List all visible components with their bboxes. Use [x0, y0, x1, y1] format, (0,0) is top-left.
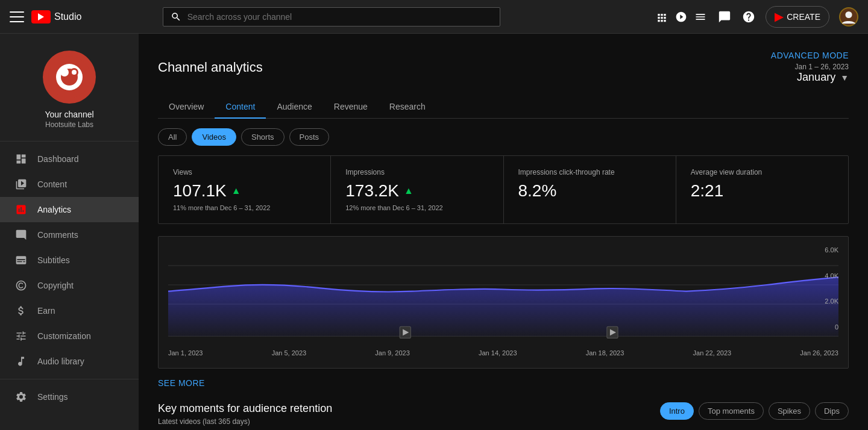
menu-icon[interactable]	[10, 10, 24, 24]
x-label-jan18: Jan 18, 2023	[586, 349, 624, 357]
messages-icon[interactable]	[717, 10, 732, 24]
youtube-icon	[31, 10, 51, 23]
key-moments-section: Key moments for audience retention Lates…	[158, 402, 849, 430]
sidebar-item-dashboard[interactable]: Dashboard	[0, 146, 139, 172]
page-header: Channel analytics ADVANCED MODE Jan 1 – …	[158, 51, 849, 84]
logo-text: Studio	[54, 11, 81, 22]
views-sub: 11% more than Dec 6 – 31, 2022	[173, 204, 316, 211]
copyright-icon	[14, 279, 28, 292]
page-title: Channel analytics	[158, 60, 263, 75]
create-label: CREATE	[787, 12, 820, 22]
avatar[interactable]	[839, 7, 858, 26]
moment-tabs: Intro Top moments Spikes Dips	[660, 402, 849, 420]
svg-point-1	[845, 11, 852, 17]
sidebar-item-content[interactable]: Content	[0, 172, 139, 197]
tab-revenue[interactable]: Revenue	[323, 96, 379, 119]
x-label-jan26: Jan 26, 2023	[800, 349, 838, 357]
analytics-icon	[14, 203, 28, 216]
channel-avatar[interactable]	[43, 51, 96, 104]
filter-all[interactable]: All	[158, 128, 187, 146]
tab-audience[interactable]: Audience	[266, 96, 322, 119]
grid-icon[interactable]	[655, 10, 669, 24]
tab-overview[interactable]: Overview	[158, 96, 215, 119]
search-bar[interactable]	[163, 7, 500, 26]
views-up-icon: ▲	[231, 185, 241, 196]
sidebar-item-customization[interactable]: Customization	[0, 323, 139, 349]
create-button[interactable]: ▶ CREATE	[766, 6, 829, 28]
date-month[interactable]: January ▼	[797, 71, 849, 84]
help-icon[interactable]	[741, 10, 756, 24]
moment-tab-spikes[interactable]: Spikes	[769, 402, 810, 420]
key-moments-title: Key moments for audience retention	[158, 402, 332, 415]
views-label: Views	[173, 168, 316, 176]
date-range-label: Jan 1 – 26, 2023	[795, 63, 849, 71]
subtitles-icon	[14, 254, 28, 267]
content-label: Content	[37, 179, 67, 189]
topbar-right: ▶ CREATE	[655, 6, 858, 28]
stat-avg-duration: Average view duration 2:21	[676, 156, 848, 223]
analytics-label: Analytics	[37, 205, 71, 214]
avg-duration-value: 2:21	[691, 181, 834, 201]
search-input[interactable]	[187, 12, 492, 22]
earn-label: Earn	[37, 306, 55, 316]
date-dropdown-icon: ▼	[840, 73, 849, 83]
filter-posts[interactable]: Posts	[289, 128, 330, 146]
topbar: Studio	[0, 0, 868, 34]
dashboard-icon	[14, 152, 28, 166]
moment-tab-intro[interactable]: Intro	[660, 402, 694, 420]
copyright-label: Copyright	[37, 281, 74, 290]
y-label-0: 0	[825, 323, 838, 331]
impressions-value: 173.2K ▲	[345, 181, 488, 201]
logo[interactable]: Studio	[31, 10, 81, 23]
sidebar-item-settings[interactable]: Settings	[0, 384, 139, 410]
subtitles-label: Subtitles	[37, 255, 70, 265]
play-icon[interactable]	[674, 10, 688, 24]
svg-point-7	[72, 70, 77, 75]
moment-tab-dips[interactable]: Dips	[815, 402, 849, 420]
comments-icon	[14, 228, 28, 241]
audio-label: Audio library	[37, 357, 84, 366]
svg-point-5	[60, 68, 69, 76]
video-marker-1[interactable]	[400, 326, 410, 338]
video-marker-2[interactable]	[607, 326, 618, 338]
tab-research[interactable]: Research	[379, 96, 436, 119]
dashboard-label: Dashboard	[37, 154, 79, 164]
channel-sub: Hootsuite Labs	[45, 120, 93, 129]
filter-videos[interactable]: Videos	[192, 128, 236, 146]
filter-shorts[interactable]: Shorts	[241, 128, 285, 146]
avg-duration-label: Average view duration	[691, 168, 834, 176]
sidebar-item-comments[interactable]: Comments	[0, 222, 139, 248]
customization-label: Customization	[37, 331, 91, 341]
audio-icon	[14, 355, 28, 368]
chart-x-labels: Jan 1, 2023 Jan 5, 2023 Jan 9, 2023 Jan …	[168, 349, 838, 357]
x-label-jan9: Jan 9, 2023	[375, 349, 410, 357]
stats-row: Views 107.1K ▲ 11% more than Dec 6 – 31,…	[158, 155, 849, 224]
key-moments-title-group: Key moments for audience retention Lates…	[158, 402, 332, 430]
moment-tab-top[interactable]: Top moments	[699, 402, 764, 420]
sidebar-item-copyright[interactable]: Copyright	[0, 273, 139, 298]
comments-label: Comments	[37, 230, 78, 240]
y-label-4k: 4.0K	[825, 272, 838, 279]
tab-content[interactable]: Content	[215, 96, 266, 119]
sidebar-item-earn[interactable]: Earn	[0, 298, 139, 323]
filter-row: All Videos Shorts Posts	[158, 128, 849, 146]
topbar-left: Studio	[10, 10, 81, 24]
earn-icon	[14, 304, 28, 317]
sidebar-item-audio-library[interactable]: Audio library	[0, 349, 139, 374]
settings-icon	[14, 390, 28, 404]
x-label-jan14: Jan 14, 2023	[479, 349, 517, 357]
channel-info: Your channel Hootsuite Labs	[0, 41, 139, 142]
key-moments-sub: Latest videos (last 365 days)	[158, 417, 332, 426]
y-label-6k: 6.0K	[825, 246, 838, 254]
advanced-mode-button[interactable]: ADVANCED MODE	[771, 51, 849, 60]
sidebar-item-subtitles[interactable]: Subtitles	[0, 248, 139, 273]
date-selector[interactable]: Jan 1 – 26, 2023 January ▼	[795, 63, 849, 84]
views-value: 107.1K ▲	[173, 181, 316, 201]
impressions-sub: 12% more than Dec 6 – 31, 2022	[345, 204, 488, 211]
sidebar-item-analytics[interactable]: Analytics	[0, 197, 139, 222]
search-icon	[171, 11, 181, 22]
see-more-button[interactable]: SEE MORE	[158, 378, 849, 388]
menu-dots-icon[interactable]	[693, 10, 708, 24]
main-content: Channel analytics ADVANCED MODE Jan 1 – …	[139, 34, 868, 430]
ctr-label: Impressions click-through rate	[518, 168, 661, 176]
